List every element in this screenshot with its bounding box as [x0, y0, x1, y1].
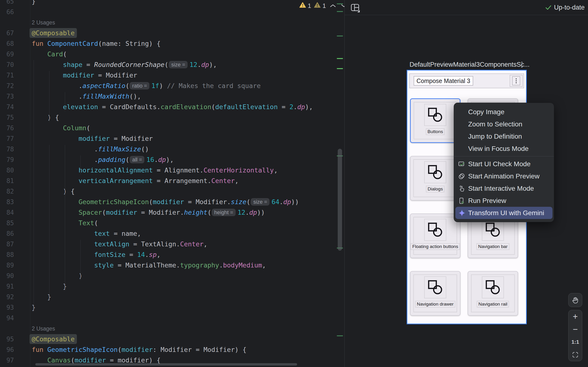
code-line: 80 horizontalAlignment = Alignment.Cente…: [0, 165, 345, 175]
menu-item-zoom-to-selection[interactable]: Zoom to Selection: [454, 118, 554, 130]
line-number: 75: [0, 112, 14, 123]
line-number: 65: [0, 0, 14, 7]
indent-guide: [49, 71, 50, 122]
geometric-shape-icon: [427, 279, 444, 296]
change-marker: [337, 3, 343, 4]
card-icon-box: [424, 104, 446, 126]
code-editor[interactable]: 65}662 Usages67@Composable68fun Componen…: [0, 0, 345, 367]
warnings-indicator[interactable]: 1: [299, 2, 311, 10]
weak-warnings-indicator[interactable]: 1: [314, 2, 326, 10]
preview-toolbar: Up-to-date: [345, 0, 588, 15]
code-line: 83 GeometricShapeIcon(modifier = Modifie…: [0, 197, 345, 207]
line-number: 93: [0, 302, 14, 313]
menu-item-view-in-focus-mode[interactable]: View in Focus Mode: [454, 142, 554, 155]
indent-guide: [65, 92, 65, 111]
preview-options-button[interactable]: [518, 60, 525, 69]
code-line-content: Column(: [32, 123, 90, 133]
menu-item-start-interactive-mode[interactable]: Start Interactive Mode: [454, 182, 554, 194]
zoom-controls: + − 1:1: [568, 310, 582, 361]
menu-item-start-animation-preview[interactable]: Start Animation Preview: [454, 170, 554, 182]
zoom-actual-size-button[interactable]: 1:1: [569, 336, 582, 348]
interactive-mode-icon: [458, 185, 468, 192]
code-line: 86 text = name,: [0, 228, 345, 239]
weak-warning-icon: [314, 2, 321, 10]
line-number: 67: [0, 28, 14, 38]
indent-guide: [65, 145, 65, 291]
code-line-content: ) {: [32, 186, 75, 197]
preview-card-floating-action-buttons[interactable]: Floating action buttons: [410, 214, 460, 258]
code-line-content: style = MaterialTheme.typography.bodyMed…: [32, 260, 266, 271]
run-preview-icon: [458, 197, 468, 204]
preview-card-buttons[interactable]: Buttons: [410, 98, 460, 143]
line-number: 81: [0, 175, 14, 186]
menu-item-label: Zoom to Selection: [468, 120, 522, 128]
editor-layout-mode-button[interactable]: [349, 2, 361, 13]
line-number: 89: [0, 260, 14, 271]
preview-card-dialogs[interactable]: Dialogs: [410, 156, 460, 200]
code-line: 76 Column(: [0, 123, 345, 133]
zoom-in-button[interactable]: +: [569, 310, 582, 323]
menu-item-copy-image[interactable]: Copy Image: [454, 106, 554, 118]
animation-preview-icon: [458, 173, 468, 180]
code-line: 87 textAlign = TextAlign.Center,: [0, 239, 345, 250]
usages-count-label[interactable]: 2 Usages: [32, 323, 55, 334]
code-line: 92 }: [0, 292, 345, 302]
code-line-content: fun ComponentCard(name: String) {: [32, 38, 160, 49]
code-line: 88 fontSize = 14.sp,: [0, 250, 345, 260]
menu-item-label: View in Focus Mode: [468, 145, 529, 153]
code-line: 66: [0, 7, 345, 17]
code-line: 84 Spacer(modifier = Modifier.height(hei…: [0, 207, 345, 218]
card-label: Navigation drawer: [415, 301, 455, 308]
preview-card-navigation-drawer[interactable]: Navigation drawer: [410, 271, 460, 316]
code-line-content: Card(: [32, 49, 67, 59]
menu-item-label: Start UI Check Mode: [468, 160, 531, 168]
line-number: 74: [0, 102, 14, 112]
code-line-content: modifier = Modifier: [32, 70, 137, 81]
zoom-to-fit-button[interactable]: [569, 348, 582, 361]
menu-item-transform-ui-with-gemini[interactable]: Transform UI with Gemini: [455, 207, 553, 219]
code-line-content: Spacer(modifier = Modifier.height(height…: [32, 207, 265, 218]
line-number: 66: [0, 7, 14, 17]
preview-app-bar-menu-button[interactable]: [510, 75, 523, 87]
status-label: Up-to-date: [554, 4, 585, 11]
code-line: 74 elevation = CardDefaults.cardElevatio…: [0, 102, 345, 112]
chevron-up-icon: [330, 4, 336, 8]
line-number: 90: [0, 271, 14, 281]
code-line-content: shape = RoundedCornerShape(size =12.dp),: [32, 59, 217, 70]
code-line: 90 ): [0, 271, 345, 281]
preview-card-navigation-rail[interactable]: Navigation rail: [468, 271, 518, 316]
change-marker: [337, 335, 343, 336]
editor-horizontal-scrollbar[interactable]: [35, 363, 297, 366]
indent-guide: [34, 60, 34, 312]
card-label: Buttons: [426, 128, 445, 135]
code-line: 73 .fillMaxWidth(),: [0, 91, 345, 102]
card-label: Navigation bar: [476, 243, 510, 250]
code-lines: 65}662 Usages67@Composable68fun Componen…: [0, 0, 345, 366]
line-number: 83: [0, 197, 14, 207]
line-number: 68: [0, 38, 14, 49]
indent-guide: [80, 155, 81, 175]
code-line-content: }: [32, 292, 51, 302]
line-number: 87: [0, 239, 14, 250]
inlay-hint: all =: [130, 156, 144, 163]
menu-item-jump-to-definition[interactable]: Jump to Definition: [454, 130, 554, 142]
geometric-shape-icon: [484, 279, 501, 296]
code-line-content: horizontalAlignment = Alignment.CenterHo…: [32, 165, 278, 175]
usages-count-label[interactable]: 2 Usages: [32, 17, 55, 28]
line-number: 79: [0, 154, 14, 165]
card-icon-box: [424, 161, 446, 183]
menu-item-start-ui-check-mode[interactable]: Start UI Check Mode: [454, 158, 554, 170]
pan-tool-button[interactable]: [568, 293, 582, 307]
card-label: Floating action buttons: [410, 243, 460, 250]
editor-scrollbar[interactable]: [336, 0, 345, 367]
preview-status[interactable]: Up-to-date: [545, 0, 585, 15]
code-line-content: @Composable: [32, 28, 75, 38]
zoom-out-button[interactable]: −: [569, 323, 582, 336]
code-line-content: elevation = CardDefaults.cardElevation(d…: [32, 102, 313, 112]
indent-guide: [49, 145, 50, 301]
menu-item-run-preview[interactable]: Run Preview: [454, 194, 554, 207]
scrollbar-thumb[interactable]: [338, 149, 342, 251]
code-line: 70 shape = RoundedCornerShape(size =12.d…: [0, 59, 345, 70]
fit-to-window-icon: [572, 352, 578, 358]
line-number: 88: [0, 250, 14, 260]
